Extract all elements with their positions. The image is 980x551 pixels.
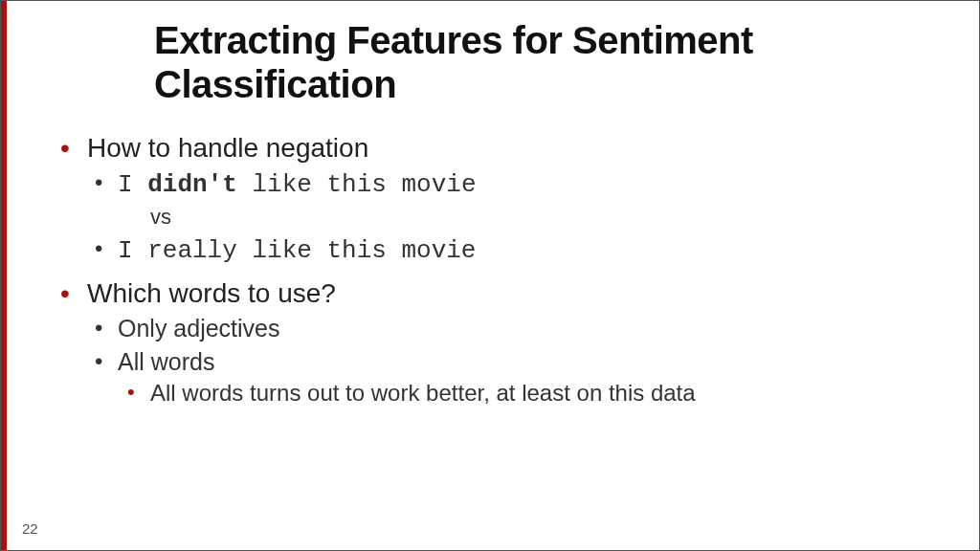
list-item: Which words to use? Only adjectives All …: [58, 278, 941, 407]
bullet-list: How to handle negation I didn't like thi…: [58, 133, 941, 407]
slide-title: Extracting Features for Sentiment Classi…: [154, 18, 941, 106]
item-text: Only adjectives: [118, 315, 280, 342]
vs-label: vs: [150, 205, 941, 230]
item-text: I didn't like this movie: [118, 170, 476, 199]
list-item: All words All words turns out to work be…: [87, 348, 941, 407]
list-item: All words turns out to work better, at l…: [118, 380, 941, 407]
page-number: 22: [22, 520, 38, 537]
item-text: All words turns out to work better, at l…: [150, 380, 696, 406]
item-text: How to handle negation: [87, 133, 368, 163]
slide: Extracting Features for Sentiment Classi…: [1, 1, 979, 550]
list-item: How to handle negation I didn't like thi…: [58, 133, 941, 265]
item-text: I really like this movie: [118, 236, 476, 265]
list-item: I really like this movie: [87, 235, 941, 265]
list-item: Only adjectives: [87, 315, 941, 342]
item-text: All words: [118, 348, 214, 375]
item-text: Which words to use?: [87, 278, 336, 308]
list-item: vs: [87, 205, 941, 230]
list-item: I didn't like this movie: [87, 169, 941, 199]
